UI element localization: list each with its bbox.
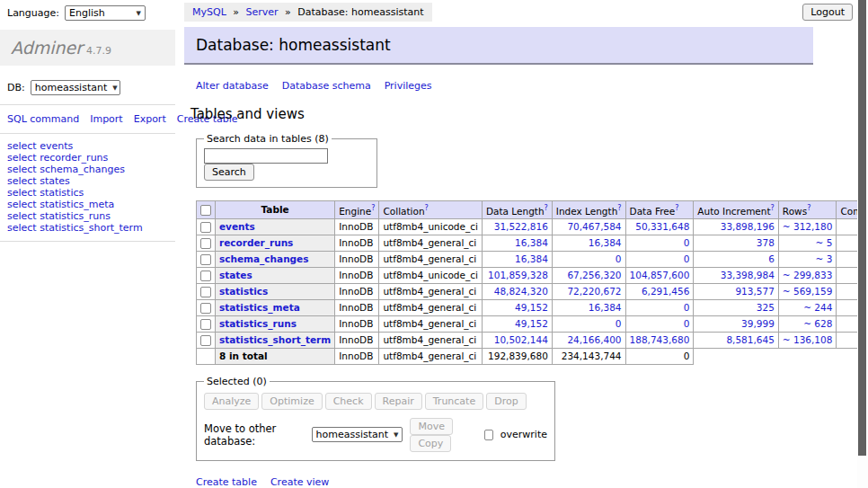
data-length-link[interactable]: 16,384 — [515, 253, 548, 264]
index-length-link[interactable]: 70,467,584 — [567, 221, 621, 232]
check-button[interactable]: Check — [325, 393, 372, 410]
data-free-link[interactable]: 50,331,648 — [635, 221, 689, 232]
auto-increment-link[interactable]: 913,577 — [735, 286, 774, 297]
auto-increment-link[interactable]: 8,581,645 — [726, 334, 774, 345]
rows-link[interactable]: ~ 244 — [803, 302, 832, 313]
table-link[interactable]: statistics — [40, 187, 84, 199]
data-length-link[interactable]: 31,522,816 — [494, 221, 548, 232]
row-checkbox[interactable] — [200, 222, 211, 233]
row-checkbox[interactable] — [200, 335, 211, 346]
row-checkbox[interactable] — [200, 238, 211, 249]
auto-increment-link[interactable]: 33,898,196 — [721, 221, 775, 232]
select-link[interactable]: select — [7, 164, 37, 175]
breadcrumb-link[interactable]: MySQL — [192, 6, 226, 18]
table-link[interactable]: statistics_meta — [40, 199, 114, 210]
help-icon[interactable]: ? — [617, 204, 621, 212]
select-link[interactable]: select — [7, 210, 37, 222]
table-name-link[interactable]: statistics_short_term — [219, 334, 331, 345]
data-free-link[interactable]: 0 — [684, 302, 690, 313]
optimize-button[interactable]: Optimize — [261, 393, 322, 410]
rows-link[interactable]: ~ 312,180 — [783, 221, 833, 232]
rows-link[interactable]: ~ 628 — [803, 318, 832, 329]
data-length-link[interactable]: 16,384 — [515, 237, 548, 248]
auto-increment-link[interactable]: 39,999 — [741, 318, 775, 329]
language-select[interactable]: English ▼ — [65, 5, 146, 21]
data-free-link[interactable]: 0 — [684, 318, 690, 329]
data-free-link[interactable]: 188,743,680 — [630, 334, 690, 345]
table-link[interactable]: recorder_runs — [40, 152, 108, 164]
table-name-link[interactable]: recorder_runs — [219, 237, 293, 248]
link-database-schema[interactable]: Database schema — [282, 80, 371, 92]
rows-link[interactable]: ~ 136,108 — [783, 334, 833, 345]
table-link[interactable]: statistics_runs — [40, 210, 111, 222]
auto-increment-link[interactable]: 6 — [768, 253, 775, 264]
analyze-button[interactable]: Analyze — [204, 393, 259, 410]
sidebar-action-import[interactable]: Import — [90, 113, 123, 125]
data-free-link[interactable]: 6,291,456 — [642, 286, 689, 297]
table-name-link[interactable]: schema_changes — [219, 253, 309, 264]
rows-link[interactable]: ~ 299,833 — [783, 270, 833, 280]
index-length-link[interactable]: 67,256,320 — [567, 270, 621, 280]
link-create-table[interactable]: Create table — [196, 476, 257, 488]
db-select[interactable]: homeassistant ▼ — [31, 80, 120, 95]
index-length-link[interactable]: 16,384 — [589, 302, 622, 313]
rows-link[interactable]: ~ 569,159 — [783, 286, 833, 297]
data-length-link[interactable]: 49,152 — [515, 318, 548, 329]
table-link[interactable]: statistics_short_term — [40, 222, 142, 234]
select-link[interactable]: select — [7, 222, 37, 234]
table-link[interactable]: states — [40, 175, 70, 187]
help-icon[interactable]: ? — [425, 204, 429, 212]
drop-button[interactable]: Drop — [486, 393, 526, 410]
repair-button[interactable]: Repair — [375, 393, 422, 410]
data-free-link[interactable]: 0 — [684, 253, 690, 264]
sidebar-action-export[interactable]: Export — [134, 113, 166, 125]
auto-increment-link[interactable]: 33,398,984 — [721, 270, 775, 280]
index-length-link[interactable]: 24,166,400 — [567, 334, 621, 345]
select-link[interactable]: select — [7, 199, 37, 210]
search-input[interactable] — [204, 148, 328, 164]
table-name-link[interactable]: states — [219, 270, 252, 280]
index-length-link[interactable]: 72,220,672 — [567, 286, 621, 297]
index-length-link[interactable]: 0 — [616, 318, 622, 329]
index-length-link[interactable]: 0 — [616, 253, 622, 264]
sidebar-action-sql-command[interactable]: SQL command — [7, 113, 79, 125]
move-database-select[interactable]: homeassistant ▼ — [312, 427, 403, 442]
auto-increment-link[interactable]: 325 — [757, 302, 775, 313]
data-length-link[interactable]: 101,859,328 — [488, 270, 548, 280]
move-button[interactable]: Move — [410, 418, 453, 435]
truncate-button[interactable]: Truncate — [425, 393, 483, 410]
link-privileges[interactable]: Privileges — [385, 80, 432, 92]
breadcrumb-link[interactable]: Server — [246, 6, 279, 18]
table-link[interactable]: schema_changes — [40, 164, 125, 175]
copy-button[interactable]: Copy — [410, 435, 451, 452]
help-icon[interactable]: ? — [807, 204, 810, 212]
index-length-link[interactable]: 16,384 — [589, 237, 622, 248]
scrollbar-thumb[interactable] — [858, 0, 866, 456]
help-icon[interactable]: ? — [545, 204, 548, 212]
table-name-link[interactable]: events — [219, 221, 255, 232]
data-free-link[interactable]: 0 — [684, 237, 690, 248]
select-link[interactable]: select — [7, 175, 37, 187]
link-create-view[interactable]: Create view — [270, 476, 329, 488]
row-checkbox[interactable] — [200, 254, 211, 265]
row-checkbox[interactable] — [200, 287, 211, 297]
row-checkbox[interactable] — [200, 319, 211, 330]
search-button[interactable]: Search — [204, 164, 254, 181]
rows-link[interactable]: ~ 5 — [816, 237, 833, 248]
select-link[interactable]: select — [7, 187, 37, 199]
table-name-link[interactable]: statistics_runs — [219, 318, 297, 329]
table-name-link[interactable]: statistics — [219, 286, 268, 297]
row-checkbox[interactable] — [200, 303, 211, 314]
overwrite-checkbox[interactable] — [484, 430, 493, 440]
table-name-link[interactable]: statistics_meta — [219, 302, 300, 313]
select-all-checkbox[interactable] — [200, 205, 211, 216]
vertical-scrollbar[interactable] — [857, 0, 868, 488]
row-checkbox[interactable] — [200, 271, 211, 281]
rows-link[interactable]: ~ 3 — [816, 253, 833, 264]
data-length-link[interactable]: 48,824,320 — [494, 286, 548, 297]
help-icon[interactable]: ? — [675, 204, 678, 212]
data-free-link[interactable]: 104,857,600 — [630, 270, 690, 280]
select-link[interactable]: select — [7, 152, 37, 164]
help-icon[interactable]: ? — [371, 204, 375, 212]
select-link[interactable]: select — [7, 140, 37, 152]
